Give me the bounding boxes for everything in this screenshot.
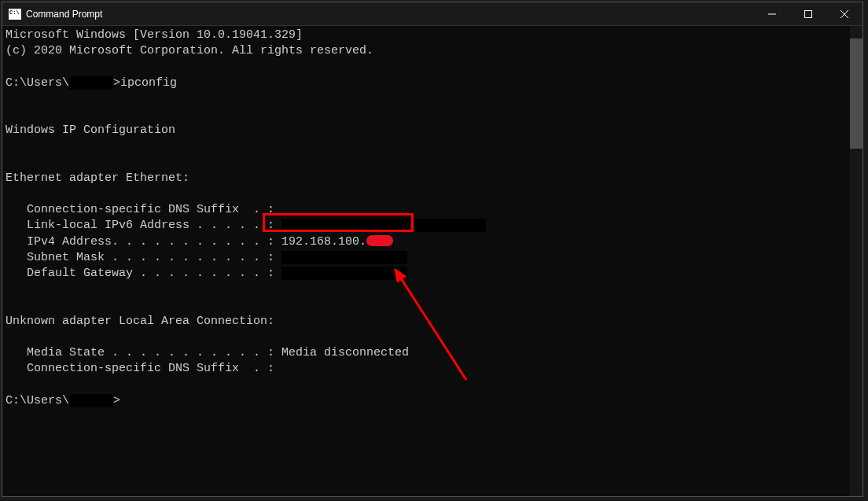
gateway-line: Default Gateway . . . . . . . . . : bbox=[6, 267, 274, 280]
media-state-line: Media State . . . . . . . . . . . : Medi… bbox=[6, 346, 409, 359]
prompt2-path: C:\Users\ bbox=[6, 394, 69, 407]
svg-rect-1 bbox=[805, 10, 812, 17]
scrollbar-track[interactable] bbox=[850, 26, 862, 496]
ipv4-label: IPv4 Address. . . . . . . . . . . : bbox=[6, 235, 281, 249]
command-text: ipconfig bbox=[120, 76, 177, 90]
version-line: Microsoft Windows [Version 10.0.19041.32… bbox=[6, 28, 303, 42]
ipv6-line: Link-local IPv6 Address . . . . . : bbox=[6, 219, 274, 232]
copyright-line: (c) 2020 Microsoft Corporation. All righ… bbox=[6, 44, 373, 57]
window-title: Command Prompt bbox=[26, 9, 754, 20]
dns-suffix-line: Connection-specific DNS Suffix . : bbox=[6, 203, 274, 216]
ipconfig-title: Windows IP Configuration bbox=[6, 123, 175, 137]
subnet-line: Subnet Mask . . . . . . . . . . . : bbox=[6, 251, 274, 264]
ipv4-value: 192.168.100. bbox=[281, 235, 366, 249]
adapter-unknown-title: Unknown adapter Local Area Connection: bbox=[6, 315, 274, 328]
redacted-gateway bbox=[281, 267, 407, 280]
close-button[interactable] bbox=[826, 2, 862, 25]
prompt-path: C:\Users\ bbox=[6, 76, 69, 90]
maximize-button[interactable] bbox=[790, 2, 826, 25]
terminal-output: Microsoft Windows [Version 10.0.19041.32… bbox=[2, 26, 862, 411]
prompt2-marker: > bbox=[113, 394, 120, 407]
scrollbar-thumb[interactable] bbox=[850, 39, 862, 149]
titlebar[interactable]: Command Prompt bbox=[2, 2, 862, 26]
window-controls bbox=[754, 2, 862, 25]
redacted-username2 bbox=[69, 394, 113, 407]
minimize-button[interactable] bbox=[754, 2, 790, 25]
redacted-username bbox=[69, 76, 113, 90]
redacted-ipv6 bbox=[281, 219, 486, 232]
cmd-icon bbox=[9, 9, 21, 20]
close-icon bbox=[840, 10, 848, 18]
maximize-icon bbox=[804, 10, 812, 18]
redacted-ipv4-octet bbox=[366, 235, 393, 246]
prompt-marker: > bbox=[113, 76, 120, 90]
dns-suffix2-line: Connection-specific DNS Suffix . : bbox=[6, 362, 274, 375]
adapter-ethernet-title: Ethernet adapter Ethernet: bbox=[6, 171, 189, 185]
minimize-icon bbox=[768, 10, 776, 18]
redacted-subnet bbox=[281, 251, 407, 264]
command-prompt-window: Command Prompt Microsoft Windows [Versio… bbox=[2, 2, 863, 497]
terminal-body[interactable]: Microsoft Windows [Version 10.0.19041.32… bbox=[2, 26, 862, 496]
